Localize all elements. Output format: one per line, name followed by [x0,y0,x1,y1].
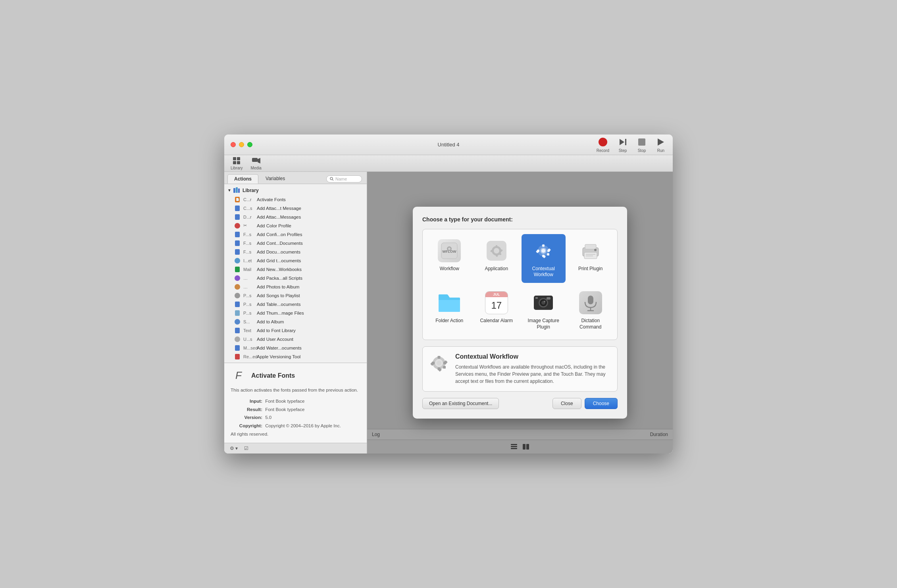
svg-rect-33 [235,345,240,351]
list-item[interactable]: I...et Add Grid t...ocuments [224,256,367,265]
item-icon [234,257,241,264]
sidebar-group-library: ▼ Library [224,186,367,195]
list-item[interactable]: F...s Add Docu...ocuments [224,248,367,256]
library-button[interactable]: Library [227,155,246,171]
gear-icon: ⚙ ▾ [230,446,238,451]
svg-point-10 [330,177,333,180]
svg-rect-18 [235,214,240,220]
modal-item-print-plugin[interactable]: Print Plugin [569,234,613,283]
list-item[interactable]: … Add Packa...all Scripts [224,274,367,282]
application-icon [485,239,508,263]
item-icon [234,248,241,256]
folder-action-icon [437,291,461,315]
list-item[interactable]: F...s Add Cont...Documents [224,239,367,248]
svg-point-76 [544,301,545,302]
search-icon [330,177,334,181]
modal-item-workflow[interactable]: WFLOW Workflow [427,234,472,283]
check-button[interactable]: ☑ [242,445,251,452]
svg-point-23 [235,258,240,263]
modal-item-folder-action[interactable]: Folder Action [427,286,472,335]
titlebar: Untitled 4 Record Step [224,135,673,155]
svg-rect-6 [233,161,236,164]
modal-description: Contextual Workflow Contextual Workflows… [422,346,618,392]
item-label: Add Water...ocuments [257,346,302,350]
tab-actions[interactable]: Actions [227,174,258,184]
modal-item-contextual-workflow[interactable]: Contextual Workflow [522,234,566,283]
run-button[interactable]: Run [655,136,666,153]
list-item[interactable]: P...s Add Thum...mage Files [224,309,367,317]
media-button[interactable]: Media [248,155,265,171]
image-capture-plugin-label: Image Capture Plugin [525,318,562,330]
list-item[interactable]: D...r Add Attac...Messages [224,213,367,221]
main-window: Untitled 4 Record Step [224,135,673,454]
list-item[interactable]: … Add Photos to Album [224,282,367,291]
svg-rect-34 [235,354,240,359]
contextual-workflow-icon [531,239,555,263]
modal-item-application[interactable]: Application [475,234,519,283]
close-button[interactable] [231,142,236,147]
svg-rect-31 [235,328,240,333]
modal-desc-content: Contextual Workflow Contextual Workflows… [455,353,611,385]
list-item[interactable]: 📄 C...r Activate Fonts [224,195,367,204]
info-panel-title: Activate Fonts [251,372,295,379]
list-item[interactable]: C...s Add Attac...t Message [224,204,367,213]
list-item[interactable]: Text Add to Font Library [224,326,367,335]
media-icon [252,156,260,165]
image-capture-plugin-icon [531,291,555,315]
sidebar-list[interactable]: ▼ Library 📄 C...r [224,184,367,363]
stop-icon [636,136,647,148]
item-icon [234,266,241,273]
list-item[interactable]: M...sed Add Water...ocuments [224,344,367,352]
item-icon [234,213,241,221]
close-button[interactable]: Close [552,398,581,409]
modal-item-image-capture-plugin[interactable]: Image Capture Plugin [522,286,566,335]
modal-desc-icon [429,353,449,373]
step-button[interactable]: Step [617,136,628,153]
input-label: Input: [231,397,262,405]
modal-item-dictation-command[interactable]: Dictation Command [569,286,613,335]
item-label: Add to Album [257,319,284,324]
modal-dialog: Choose a type for your document: WFLOW [413,207,627,419]
list-item[interactable]: ✂ Add Color Profile [224,221,367,230]
list-item[interactable]: S... Add to Album [224,317,367,326]
list-item[interactable]: P...s Add Songs to Playlist [224,291,367,300]
group-icon [233,187,240,194]
svg-rect-84 [438,356,441,359]
print-plugin-icon [579,239,602,263]
maximize-button[interactable] [247,142,252,147]
calendar-alarm-label: Calendar Alarm [480,318,513,324]
item-label: Add Attac...Messages [257,215,301,219]
svg-text:📄: 📄 [236,198,239,201]
list-item[interactable]: F...s Add Confi...on Profiles [224,230,367,239]
svg-point-25 [235,275,240,281]
list-item[interactable]: Mail Add New...Workbooks [224,265,367,274]
item-label: Add Packa...all Scripts [257,276,302,281]
modal-desc-title: Contextual Workflow [455,353,611,360]
item-icon [234,283,241,290]
svg-rect-17 [235,206,240,211]
modal-overlay: Choose a type for your document: WFLOW [367,172,673,454]
svg-rect-29 [235,310,240,316]
list-item[interactable]: U...s Add User Account [224,335,367,344]
open-existing-button[interactable]: Open an Existing Document... [422,398,499,409]
item-label: Add Photos to Album [257,284,299,289]
copyright-label: Copyright: [231,422,262,430]
modal-desc-text: Contextual Workflows are available throu… [455,363,611,385]
item-label: Add Table...ocuments [257,302,300,307]
info-panel-header: F Activate Fonts [231,368,360,384]
application-label: Application [485,266,508,272]
minimize-button[interactable] [239,142,244,147]
stop-button[interactable]: Stop [636,136,647,153]
tab-variables[interactable]: Variables [259,174,291,184]
choose-button[interactable]: Choose [585,398,618,409]
svg-rect-52 [499,253,501,255]
list-item[interactable]: Re...ed Apple Versioning Tool [224,352,367,361]
svg-point-92 [437,361,441,365]
modal-item-calendar-alarm[interactable]: JUL 17 Calendar Alarm [475,286,519,335]
item-icon [234,240,241,247]
record-button[interactable]: Record [597,136,609,153]
list-item[interactable]: P...s Add Table...ocuments [224,300,367,309]
info-panel-icon: F [231,368,246,384]
gear-menu-button[interactable]: ⚙ ▾ [227,445,240,452]
svg-rect-14 [238,188,240,193]
